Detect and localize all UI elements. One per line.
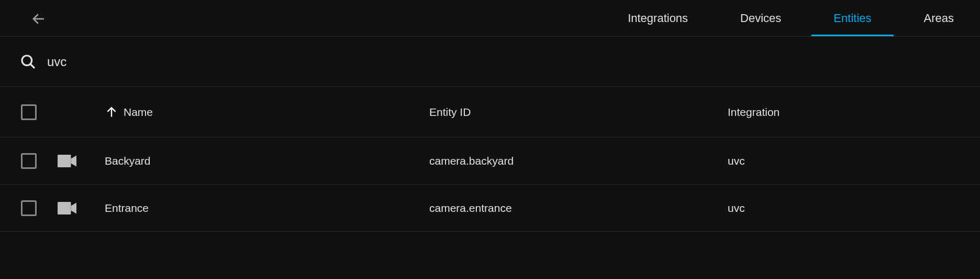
column-header-integration[interactable]: Integration: [728, 106, 980, 119]
search-input[interactable]: [47, 55, 960, 69]
column-header-name[interactable]: Name: [105, 105, 429, 119]
tab-entities[interactable]: Entities: [807, 0, 897, 36]
search-bar: [0, 37, 980, 87]
camera-icon: [58, 201, 76, 216]
sort-ascending-icon: [105, 105, 118, 119]
row-checkbox[interactable]: [21, 200, 37, 216]
row-checkbox[interactable]: [21, 153, 37, 169]
top-bar: Integrations Devices Entities Areas: [0, 0, 980, 37]
svg-marker-7: [71, 202, 77, 213]
svg-line-2: [30, 64, 35, 68]
row-entity-id: camera.entrance: [429, 202, 728, 214]
svg-rect-6: [58, 202, 71, 214]
tab-areas[interactable]: Areas: [898, 0, 980, 36]
entities-table: Name Entity ID Integration Backyard came…: [0, 87, 980, 232]
tab-integrations[interactable]: Integrations: [602, 0, 714, 36]
camera-icon: [58, 154, 76, 168]
row-integration: uvc: [728, 155, 980, 167]
tabs: Integrations Devices Entities Areas: [602, 0, 980, 36]
arrow-left-icon: [31, 11, 47, 27]
table-row[interactable]: Backyard camera.backyard uvc: [0, 137, 980, 185]
table-row[interactable]: Entrance camera.entrance uvc: [0, 185, 980, 232]
search-icon: [20, 53, 37, 70]
column-header-name-label: Name: [124, 106, 153, 119]
row-entity-id: camera.backyard: [429, 155, 728, 167]
row-integration: uvc: [728, 202, 980, 214]
tab-devices[interactable]: Devices: [714, 0, 807, 36]
row-name: Entrance: [105, 202, 429, 214]
svg-rect-4: [58, 155, 71, 167]
svg-marker-5: [71, 155, 77, 166]
table-header-row: Name Entity ID Integration: [0, 87, 980, 137]
select-all-checkbox[interactable]: [21, 104, 37, 120]
column-header-entity-id[interactable]: Entity ID: [429, 106, 728, 119]
row-name: Backyard: [105, 155, 429, 167]
back-button[interactable]: [26, 6, 51, 31]
svg-point-1: [22, 56, 32, 66]
